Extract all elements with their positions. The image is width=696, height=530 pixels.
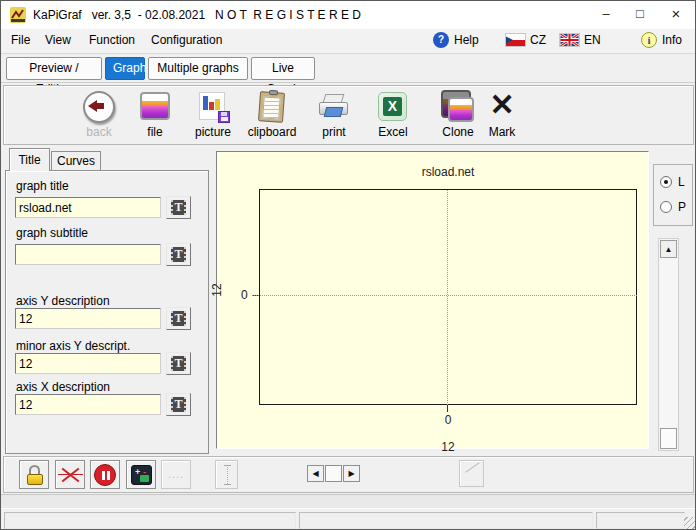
axis-x-description-input[interactable]	[15, 394, 161, 415]
axis-y-font-button[interactable]: T	[166, 307, 191, 330]
axis-y-description-input[interactable]	[15, 308, 161, 329]
back-label: back	[70, 125, 128, 139]
minor-axis-y-font-button[interactable]: T	[166, 352, 191, 375]
diagonal-line-icon	[465, 462, 479, 473]
horizontal-gridline	[252, 295, 637, 296]
nav-right-button[interactable]: ▶	[343, 465, 360, 482]
guide-cap	[224, 484, 231, 485]
plot-border	[259, 189, 637, 405]
menu-file[interactable]: File	[11, 33, 30, 47]
title-bar: KaPiGraf ver. 3,5 - 02.08.2021 N O T R E…	[1, 1, 695, 29]
print-label: print	[305, 125, 363, 139]
excel-icon: X	[376, 90, 410, 124]
printer-paper	[324, 107, 343, 117]
bar-blue	[203, 96, 208, 110]
file-button[interactable]: file	[126, 89, 184, 141]
info-icon[interactable]: i	[641, 32, 657, 48]
print-icon	[317, 90, 351, 124]
nav-left-button[interactable]: ◀	[307, 465, 324, 482]
menu-help[interactable]: Help	[454, 33, 479, 47]
picture-icon	[196, 90, 230, 124]
tab-graph[interactable]: Graph	[105, 57, 145, 80]
dots-button: ....	[161, 460, 191, 489]
graph-subtitle-font-button[interactable]: T	[166, 243, 191, 266]
tab-live-graph[interactable]: Live Graph	[251, 57, 315, 80]
clipboard-icon	[255, 90, 289, 124]
graph-title-input[interactable]	[15, 197, 161, 218]
save-floppy-icon	[218, 111, 230, 123]
pause-bar	[107, 471, 110, 480]
tab-title[interactable]: Title	[9, 148, 50, 171]
mark-label: Mark	[473, 125, 531, 139]
excel-frame: X	[378, 92, 407, 121]
menu-configuration[interactable]: Configuration	[151, 33, 222, 47]
cut-crosshair-button[interactable]	[55, 460, 85, 489]
nav-position-box[interactable]	[325, 465, 342, 482]
menu-lang-en[interactable]: EN	[584, 33, 601, 47]
clipboard-board	[258, 91, 285, 123]
picture-button[interactable]: picture	[184, 89, 242, 141]
radio-l-dot	[664, 180, 668, 184]
maximize-button[interactable]: □	[623, 1, 657, 29]
lock-button[interactable]	[19, 460, 49, 489]
radio-l-circle[interactable]	[660, 176, 672, 188]
calculator-button[interactable]: + -	[126, 460, 156, 489]
back-arrow-tail	[96, 103, 104, 109]
vertical-gridline	[447, 190, 448, 405]
mark-icon: ✕	[485, 90, 519, 124]
lock-body	[27, 474, 43, 485]
radio-p-circle[interactable]	[660, 201, 672, 213]
pause-button[interactable]	[90, 460, 120, 489]
close-button[interactable]: ×	[659, 1, 693, 29]
tab-multiple-graphs[interactable]: Multiple graphs	[148, 57, 248, 80]
excel-button[interactable]: X Excel	[364, 89, 422, 141]
back-icon	[82, 90, 116, 124]
mark-button[interactable]: ✕ Mark	[473, 89, 531, 141]
bottom-toolbar: + - .... ◀ ▶	[3, 456, 694, 493]
file-icon	[138, 90, 172, 124]
menu-lang-cz[interactable]: CZ	[530, 33, 546, 47]
graph-title-font-button[interactable]: T	[166, 196, 191, 219]
graph-canvas[interactable]: rsload.net 12 0 0 12	[216, 151, 649, 449]
font-t-icon: T	[171, 200, 186, 215]
file-label: file	[126, 125, 184, 139]
clipboard-button[interactable]: clipboard	[243, 89, 301, 141]
back-button: back	[70, 89, 128, 141]
bar-red	[209, 102, 214, 110]
status-bar	[1, 510, 696, 530]
czech-flag-icon[interactable]	[505, 33, 526, 47]
main-toolbar: back file picture	[3, 85, 694, 145]
excel-x-glyph: X	[383, 97, 402, 116]
tab-curves[interactable]: Curves	[51, 151, 101, 171]
english-flag-icon[interactable]	[559, 33, 580, 47]
menu-info[interactable]: Info	[662, 33, 682, 47]
print-button[interactable]: print	[305, 89, 363, 141]
font-t-icon: T	[171, 247, 186, 262]
x-zero-tick-label: 0	[441, 413, 455, 427]
graph-subtitle-label: graph subtitle	[16, 226, 88, 240]
picture-label: picture	[184, 125, 242, 139]
y-axis-description-text: 12	[210, 283, 224, 296]
menu-view[interactable]: View	[45, 33, 71, 47]
resize-grip[interactable]	[684, 517, 696, 529]
graph-subtitle-input[interactable]	[15, 244, 161, 265]
tab-preview-editing[interactable]: Preview / Editing	[6, 57, 102, 80]
menu-function[interactable]: Function	[89, 33, 135, 47]
clipboard-paper	[262, 96, 280, 119]
minimize-button[interactable]: –	[589, 1, 623, 29]
scroll-up-button[interactable]: ▲	[660, 240, 677, 258]
axis-x-description-label: axis X description	[16, 380, 110, 394]
help-icon[interactable]: ?	[433, 32, 449, 48]
calc-key	[140, 475, 149, 482]
status-cell-2	[299, 512, 593, 529]
graph-title-text: rsload.net	[259, 165, 637, 179]
scroll-thumb[interactable]	[660, 428, 677, 449]
axis-x-font-button[interactable]: T	[166, 393, 191, 416]
app-window: KaPiGraf ver. 3,5 - 02.08.2021 N O T R E…	[0, 0, 696, 530]
vertical-scrollbar[interactable]: ▲	[658, 238, 679, 451]
clone-icon	[441, 90, 475, 124]
minor-axis-y-input[interactable]	[15, 353, 161, 374]
status-band	[1, 494, 696, 509]
axis-y-description-label: axis Y description	[16, 294, 110, 308]
app-icon	[10, 7, 26, 23]
